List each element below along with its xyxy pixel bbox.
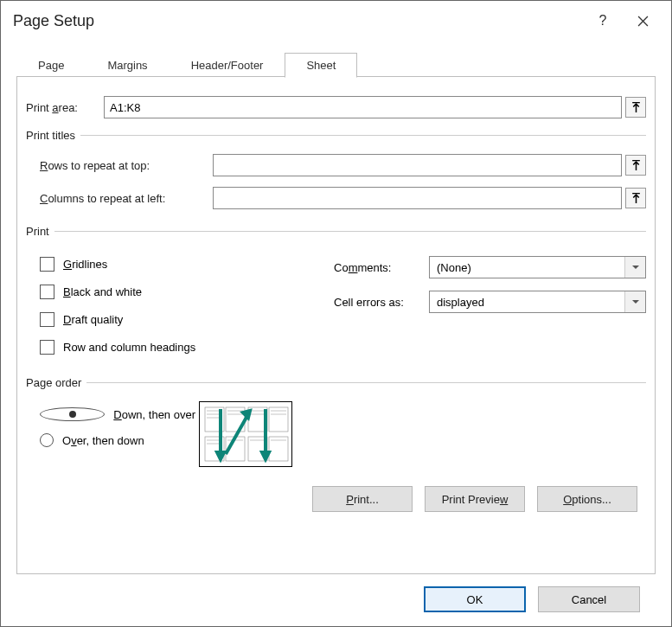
chevron-down-icon <box>624 291 645 312</box>
cols-repeat-input[interactable] <box>213 187 622 209</box>
rows-repeat-label: Rows to repeat at top: <box>40 159 213 172</box>
page-order-preview <box>199 401 292 467</box>
collapse-range-icon <box>630 102 642 113</box>
close-button[interactable] <box>623 8 662 34</box>
black-white-checkbox[interactable] <box>40 285 54 299</box>
tab-page[interactable]: Page <box>16 53 86 77</box>
page-order-group-label: Page order <box>26 376 86 389</box>
tab-sheet[interactable]: Sheet <box>285 53 357 78</box>
collapse-range-icon <box>630 160 642 171</box>
rows-repeat-collapse-button[interactable] <box>625 155 646 176</box>
rows-repeat-input[interactable] <box>213 154 622 176</box>
cols-repeat-label: Columns to repeat at left: <box>40 192 213 205</box>
svg-rect-2 <box>632 102 640 103</box>
cell-errors-select[interactable]: displayed <box>429 291 646 313</box>
over-then-down-label: Over, then down <box>62 434 144 447</box>
comments-value: (None) <box>437 261 471 274</box>
print-area-collapse-button[interactable] <box>625 97 646 118</box>
draft-quality-checkbox[interactable] <box>40 312 54 327</box>
down-then-over-label: Down, then over <box>113 408 195 421</box>
dialog-title: Page Setup <box>13 12 583 30</box>
print-area-input[interactable] <box>104 96 622 118</box>
print-area-label: Print area: <box>26 101 104 114</box>
cell-errors-label: Cell errors as: <box>334 296 429 309</box>
titlebar: Page Setup ? <box>1 1 671 41</box>
cancel-button[interactable]: Cancel <box>538 586 640 612</box>
page-order-preview-icon <box>200 402 293 468</box>
page-setup-dialog: Page Setup ? Page Margins Header/Footer … <box>0 0 672 627</box>
print-button[interactable]: Print... <box>312 486 413 512</box>
comments-label: Comments: <box>334 261 429 274</box>
svg-rect-3 <box>632 160 640 161</box>
black-white-label: Black and white <box>63 285 142 298</box>
svg-marker-29 <box>243 411 250 418</box>
svg-marker-28 <box>262 452 269 459</box>
cols-repeat-collapse-button[interactable] <box>625 188 646 208</box>
help-button[interactable]: ? <box>583 8 623 34</box>
print-titles-group-label: Print titles <box>26 129 80 142</box>
over-then-down-radio[interactable] <box>40 433 54 447</box>
tab-header-footer[interactable]: Header/Footer <box>170 53 285 77</box>
row-col-headings-checkbox[interactable] <box>40 340 54 355</box>
svg-rect-4 <box>632 193 640 194</box>
gridlines-label: Gridlines <box>63 258 107 271</box>
tab-margins[interactable]: Margins <box>86 53 169 77</box>
ok-button[interactable]: OK <box>424 586 526 612</box>
close-icon <box>637 16 649 27</box>
print-group-label: Print <box>26 225 54 238</box>
down-then-over-radio[interactable] <box>40 407 105 421</box>
options-button[interactable]: Options... <box>537 486 637 512</box>
sheet-panel: Print area: Print titles Rows to repeat … <box>16 77 656 574</box>
row-col-headings-label: Row and column headings <box>63 341 195 354</box>
chevron-down-icon <box>624 257 645 278</box>
print-preview-button[interactable]: Print Preview <box>425 486 525 512</box>
gridlines-checkbox[interactable] <box>40 257 54 272</box>
collapse-range-icon <box>630 193 642 204</box>
draft-quality-label: Draft quality <box>63 313 123 326</box>
comments-select[interactable]: (None) <box>429 256 646 278</box>
svg-marker-27 <box>217 452 224 459</box>
tab-strip: Page Margins Header/Footer Sheet <box>16 48 656 77</box>
cell-errors-value: displayed <box>437 296 484 309</box>
